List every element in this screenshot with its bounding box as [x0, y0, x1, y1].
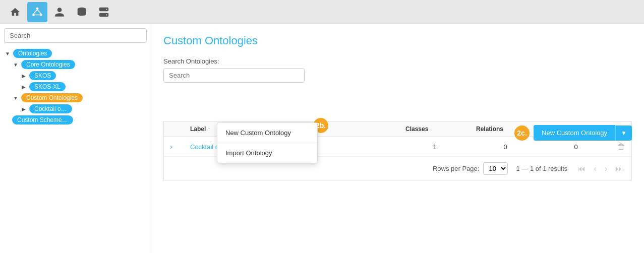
tree-item-skos[interactable]: ▶ SKOS [4, 70, 147, 81]
search-ontologies-label: Search Ontologies: [163, 57, 632, 65]
tree-arrow-skos-xl: ▶ [20, 83, 27, 90]
svg-line-4 [37, 9, 41, 13]
tree-item-skos-xl[interactable]: ▶ SKOS-XL [4, 81, 147, 92]
row-expander[interactable]: › [164, 143, 184, 151]
first-page-button[interactable]: ⏮ [575, 163, 588, 174]
tree-tag-core: Core Ontologies [21, 60, 75, 69]
rows-per-page-select[interactable]: 10 5 25 50 [483, 162, 508, 175]
tree-item-core-ontologies[interactable]: ▼ Core Ontologies [4, 59, 147, 70]
dropdown-item-new-custom[interactable]: New Custom Ontology [217, 123, 317, 143]
cell-relations: 0 [470, 143, 541, 151]
nav-hierarchy[interactable] [27, 2, 47, 22]
tree-arrow-cocktail: ▶ [20, 105, 27, 112]
tree-item-ontologies[interactable]: ▼ Ontologies [4, 48, 147, 59]
svg-point-0 [36, 7, 39, 10]
tree-item-custom-ontologies[interactable]: ▼ Custom Ontologies [4, 92, 85, 103]
search-ontologies-input[interactable] [163, 68, 305, 83]
tree-tag-skos: SKOS [29, 71, 56, 80]
tree-item-cocktail[interactable]: ▶ Cocktail o… [4, 103, 85, 114]
tree-arrow-ontologies: ▼ [4, 50, 11, 57]
tree-tag-ontologies: Ontologies [13, 49, 52, 58]
cell-classes: 1 [399, 143, 470, 151]
new-ontology-btn-group: 2c. New Custom Ontology ▼ [514, 125, 632, 141]
tree-tag-custom-scheme: Custom Scheme… [12, 115, 73, 124]
dropdown-item-import[interactable]: Import Ontology [217, 143, 317, 163]
svg-point-9 [106, 9, 107, 10]
last-page-button[interactable]: ⏭ [613, 163, 625, 174]
main-layout: ▼ Ontologies ▼ Core Ontologies ▶ SKOS ▶ … [0, 24, 644, 253]
cell-attributes: 0 [541, 143, 611, 151]
tree-arrow-skos: ▶ [20, 72, 27, 79]
next-page-button[interactable]: › [603, 163, 609, 174]
delete-icon[interactable]: 🗑 [617, 142, 625, 151]
svg-line-3 [34, 9, 37, 13]
page-info: 1 — 1 of 1 results [516, 165, 567, 172]
new-ontology-dropdown-toggle[interactable]: ▼ [615, 125, 632, 141]
rows-per-page-label: Rows per Page: [433, 165, 480, 172]
new-custom-ontology-button[interactable]: New Custom Ontology [534, 125, 615, 141]
header-classes[interactable]: Classes [399, 125, 470, 133]
nav-server[interactable] [94, 2, 114, 22]
top-nav [0, 0, 644, 24]
nav-user[interactable] [49, 2, 70, 22]
svg-rect-7 [99, 7, 108, 11]
tree-tag-skos-xl: SKOS-XL [29, 82, 66, 91]
prev-page-button[interactable]: ‹ [592, 163, 598, 174]
cell-delete: 🗑 [611, 142, 631, 151]
page-title: Custom Ontologies [163, 34, 632, 47]
sidebar-search-input[interactable] [4, 28, 147, 43]
tree-arrow-custom: ▼ [12, 94, 19, 101]
tree-item-custom-scheme[interactable]: Custom Scheme… [4, 114, 85, 125]
tree-tag-cocktail: Cocktail o… [29, 104, 72, 113]
header-expander [164, 125, 184, 133]
sort-label-icon[interactable]: ↑ [208, 126, 210, 132]
tree-arrow-core: ▼ [12, 61, 19, 68]
dropdown-menu: New Custom Ontology Import Ontology [217, 122, 318, 163]
svg-rect-8 [99, 13, 108, 16]
content-area: Custom Ontologies Search Ontologies: 2b.… [151, 24, 644, 253]
nav-home[interactable] [5, 2, 25, 22]
svg-point-10 [106, 14, 107, 15]
nav-database[interactable] [72, 2, 92, 22]
step-2c-badge: 2c. [514, 125, 530, 141]
tree-tag-custom: Custom Ontologies [21, 93, 83, 102]
sidebar: ▼ Ontologies ▼ Core Ontologies ▶ SKOS ▶ … [0, 24, 151, 253]
